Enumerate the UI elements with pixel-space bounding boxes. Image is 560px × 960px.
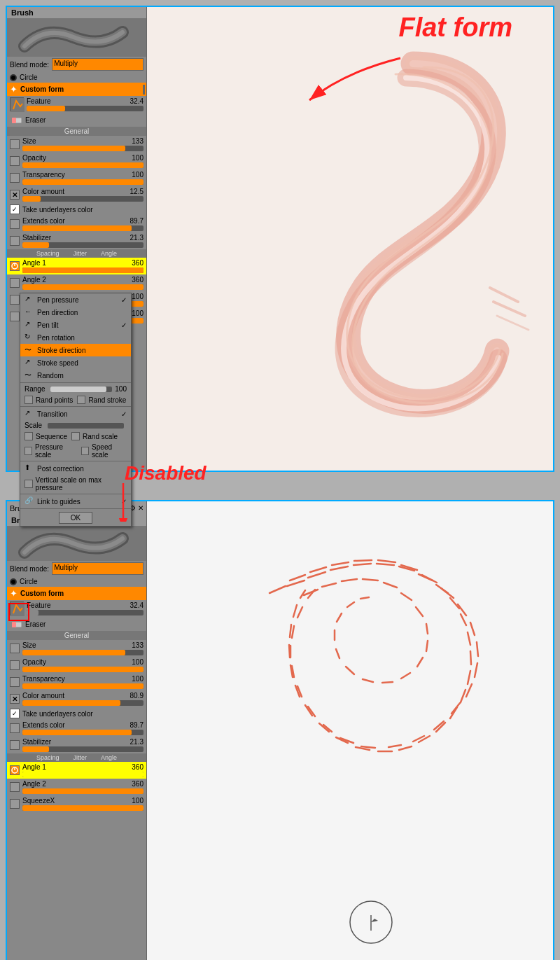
extends-color-slider[interactable] bbox=[22, 225, 144, 231]
range-slider[interactable] bbox=[50, 387, 112, 392]
svg-line-74 bbox=[342, 579, 357, 581]
angle1-icon[interactable] bbox=[10, 261, 20, 271]
bottom-feature-row: Feature 32.4 bbox=[7, 600, 146, 617]
stabilizer-checkbox[interactable] bbox=[10, 236, 20, 246]
angle2-checkbox[interactable] bbox=[10, 278, 20, 288]
bottom-feature-slider[interactable] bbox=[27, 610, 144, 615]
bottom-jitter-label: Jitter bbox=[73, 754, 87, 761]
random-item[interactable]: 〜 Random bbox=[20, 369, 131, 382]
bottom-stabilizer-slider[interactable] bbox=[22, 746, 144, 752]
bottom-size-value: 133 bbox=[132, 641, 144, 649]
bottom-color-amount-slider[interactable] bbox=[22, 700, 144, 706]
svg-line-80 bbox=[426, 641, 428, 651]
bottom-angle1-icon[interactable] bbox=[10, 765, 20, 775]
vertical-scale-checkbox[interactable] bbox=[24, 480, 33, 488]
color-amount-row: ✕ Color amount 12.5 bbox=[7, 186, 146, 203]
size-slider[interactable] bbox=[22, 146, 144, 151]
svg-line-90 bbox=[360, 597, 369, 599]
bottom-transparency-row: Transparency 100 bbox=[7, 674, 146, 690]
rand-points-checkbox[interactable] bbox=[24, 396, 33, 404]
svg-line-78 bbox=[416, 607, 423, 616]
eraser-label: Eraser bbox=[25, 116, 46, 124]
pen-direction-item[interactable]: ← Pen direction bbox=[20, 306, 131, 319]
close-icon[interactable]: ✕ bbox=[138, 504, 144, 512]
svg-line-47 bbox=[332, 562, 349, 565]
sequence-label: Sequence bbox=[36, 433, 67, 440]
sequence-row: Sequence Rand scale bbox=[20, 431, 131, 442]
squeezeY-checkbox[interactable] bbox=[10, 312, 20, 321]
custom-form-row[interactable]: ✦ Custom form bbox=[7, 83, 146, 96]
pen-tilt-item[interactable]: ↗ Pen tilt ✓ bbox=[20, 319, 131, 331]
bottom-circle-radio[interactable] bbox=[10, 578, 17, 585]
svg-line-28 bbox=[461, 690, 465, 702]
link-guides-label: Link to guides bbox=[37, 498, 80, 506]
transition-item[interactable]: ↗ Transition ✓ bbox=[20, 408, 131, 420]
color-amount-checkbox[interactable]: ✕ bbox=[10, 190, 20, 200]
squeezeY-value: 100 bbox=[132, 309, 144, 317]
circle-radio[interactable] bbox=[10, 74, 17, 81]
transition-icon: ↗ bbox=[24, 409, 34, 419]
popup-divider-5 bbox=[20, 508, 131, 509]
scale-slider[interactable] bbox=[48, 423, 124, 429]
bottom-blend-mode-row: Blend mode: Multiply bbox=[7, 561, 146, 576]
bottom-extends-color-checkbox[interactable] bbox=[10, 723, 20, 733]
svg-line-45 bbox=[290, 575, 305, 580]
link-guides-item[interactable]: 🔗 Link to guides ✓ bbox=[20, 495, 131, 508]
svg-line-48 bbox=[354, 560, 372, 561]
ok-button[interactable]: OK bbox=[59, 512, 92, 524]
bottom-squeezeX-checkbox[interactable] bbox=[10, 799, 20, 809]
bottom-size-slider[interactable] bbox=[22, 650, 144, 655]
bottom-extends-color-slider[interactable] bbox=[22, 730, 144, 735]
color-amount-slider[interactable] bbox=[22, 196, 144, 202]
pressure-scale-row: Pressure scale Speed scale bbox=[20, 442, 131, 460]
squeezeX-checkbox[interactable] bbox=[10, 295, 20, 305]
rand-scale-checkbox[interactable] bbox=[71, 432, 80, 440]
angle2-slider[interactable] bbox=[22, 284, 144, 290]
opacity-slider[interactable] bbox=[22, 162, 144, 168]
svg-line-16 bbox=[308, 572, 326, 578]
bottom-color-amount-row: ✕ Color amount 80.9 bbox=[7, 690, 146, 707]
squeezeX-value: 100 bbox=[132, 293, 144, 300]
bottom-stabilizer-checkbox[interactable] bbox=[10, 740, 20, 750]
take-underlayers-checkbox[interactable]: ✓ bbox=[10, 204, 20, 214]
pen-direction-icon: ← bbox=[24, 307, 34, 317]
bottom-opacity-slider[interactable] bbox=[22, 667, 144, 672]
feature-slider[interactable] bbox=[27, 106, 144, 111]
svg-line-32 bbox=[399, 746, 412, 750]
stabilizer-slider[interactable] bbox=[22, 242, 144, 248]
sequence-checkbox[interactable] bbox=[24, 432, 33, 440]
bottom-custom-form-row[interactable]: ✦ Custom form bbox=[7, 587, 146, 600]
bottom-opacity-checkbox[interactable] bbox=[10, 660, 20, 670]
svg-line-83 bbox=[382, 682, 393, 683]
angle1-slider[interactable] bbox=[22, 267, 144, 273]
bottom-color-amount-checkbox[interactable]: ✕ bbox=[10, 694, 20, 704]
bottom-angle2-checkbox[interactable] bbox=[10, 782, 20, 792]
bottom-take-underlayers-checkbox[interactable]: ✓ bbox=[10, 709, 20, 718]
stroke-direction-item[interactable]: 〜 Stroke direction bbox=[20, 344, 131, 356]
size-checkbox[interactable] bbox=[10, 139, 20, 149]
post-correction-item[interactable]: ⬆ Post correction bbox=[20, 462, 131, 475]
pressure-scale-checkbox[interactable] bbox=[24, 447, 32, 455]
bottom-transparency-checkbox[interactable] bbox=[10, 677, 20, 687]
bottom-transparency-slider[interactable] bbox=[22, 683, 144, 689]
bottom-squeezeX-slider[interactable] bbox=[22, 805, 144, 811]
transparency-checkbox[interactable] bbox=[10, 173, 20, 183]
bottom-spacing-label: Spacing bbox=[36, 754, 59, 761]
bottom-take-underlayers-label: Take underlayers color bbox=[22, 710, 93, 718]
opacity-checkbox[interactable] bbox=[10, 156, 20, 166]
bottom-blend-mode-select[interactable]: Multiply bbox=[52, 562, 144, 575]
bottom-angle2-slider[interactable] bbox=[22, 788, 144, 794]
speed-scale-checkbox[interactable] bbox=[81, 447, 89, 455]
transparency-slider[interactable] bbox=[22, 179, 144, 185]
bottom-angle1-slider[interactable] bbox=[22, 772, 144, 777]
pen-rotation-item[interactable]: ↻ Pen rotation bbox=[20, 331, 131, 344]
extends-color-checkbox[interactable] bbox=[10, 219, 20, 229]
bottom-size-label: Size bbox=[22, 641, 36, 649]
stroke-speed-item[interactable]: ↗ Stroke speed bbox=[20, 356, 131, 369]
rand-stroke-checkbox[interactable] bbox=[77, 396, 85, 404]
pen-pressure-item[interactable]: ↗ Pen pressure ✓ bbox=[20, 293, 131, 306]
pen-pressure-icon: ↗ bbox=[24, 295, 34, 305]
bottom-size-checkbox[interactable] bbox=[10, 644, 20, 653]
blend-mode-select[interactable]: Multiply bbox=[52, 58, 144, 71]
svg-line-89 bbox=[347, 602, 354, 607]
